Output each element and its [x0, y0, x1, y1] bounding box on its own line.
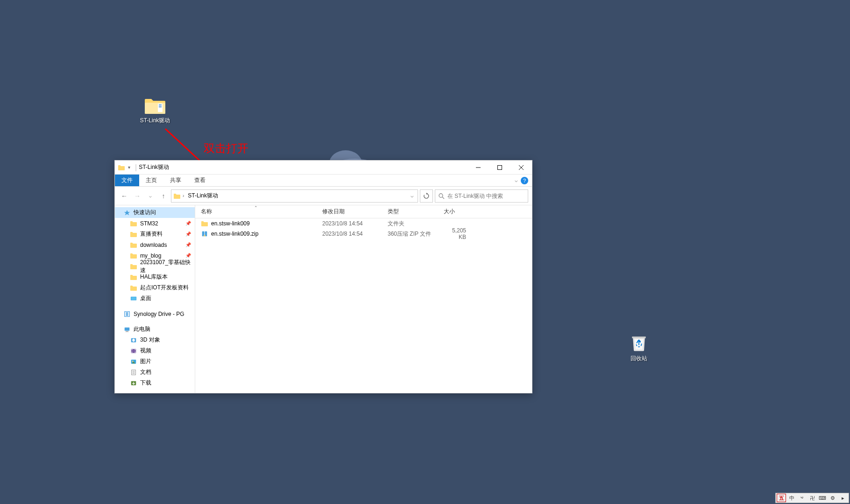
sidebar-item[interactable]: downloads📌	[115, 239, 195, 250]
sidebar-item[interactable]: 起点IOT开发板资料	[115, 282, 195, 293]
refresh-button[interactable]	[420, 189, 433, 203]
svg-point-12	[439, 194, 443, 197]
search-input[interactable]	[447, 193, 525, 199]
tab-share[interactable]: 共享	[163, 175, 188, 186]
svg-rect-18	[126, 331, 128, 331]
ribbon-tabs: 文件 主页 共享 查看 ⌵ ?	[115, 175, 532, 187]
pin-icon: 📌	[185, 253, 191, 258]
svg-rect-19	[126, 331, 129, 332]
star-icon	[123, 210, 131, 216]
sidebar-pc-item[interactable]: 图片	[115, 356, 195, 367]
svg-rect-4	[159, 106, 162, 107]
pictures-icon	[130, 358, 137, 365]
desktop-folder-label: ST-Link驱动	[140, 117, 170, 125]
ime-more[interactable]: ▸	[838, 494, 848, 502]
file-row[interactable]: en.stsw-link009.zip2023/10/8 14:54360压缩 …	[195, 229, 532, 239]
downloads-icon	[130, 380, 137, 386]
sidebar: 快速访问 STM32📌直播资料📌downloads📌my_blog📌202310…	[115, 205, 195, 393]
folder-icon	[173, 193, 181, 199]
pin-icon: 📌	[185, 242, 191, 247]
file-row[interactable]: en.stsw-link0092023/10/8 14:54文件夹	[195, 218, 532, 229]
svg-rect-3	[159, 105, 162, 105]
ime-toolbar: 五 中 ༄ ࿖ ⌨ ⚙ ▸	[775, 493, 849, 503]
zip-icon	[201, 231, 208, 237]
synology-icon	[123, 311, 131, 317]
tab-view[interactable]: 查看	[188, 175, 212, 186]
svg-rect-36	[204, 234, 205, 235]
ime-mode[interactable]: 五	[777, 494, 786, 502]
sidebar-pc-item[interactable]: 3D 对象	[115, 335, 195, 345]
svg-rect-23	[132, 351, 133, 352]
sidebar-synology[interactable]: Synology Drive - PG	[115, 308, 195, 319]
sidebar-pc-item[interactable]: 视频	[115, 345, 195, 356]
svg-rect-34	[204, 231, 205, 232]
svg-rect-17	[125, 327, 130, 330]
ime-punct[interactable]: ༄	[797, 494, 807, 502]
svg-rect-37	[204, 235, 205, 237]
breadcrumb-dropdown[interactable]: ⌵	[411, 193, 414, 199]
ime-keyboard[interactable]: ⌨	[818, 494, 827, 502]
address-bar[interactable]: › ST-Link驱动 ⌵	[171, 189, 418, 203]
folder-icon	[118, 164, 125, 171]
svg-rect-15	[131, 297, 136, 300]
svg-point-27	[132, 360, 134, 362]
pin-icon: 📌	[185, 231, 191, 237]
ribbon-collapse[interactable]: ⌵	[515, 177, 518, 183]
sort-indicator: ⌃	[195, 205, 317, 210]
pin-icon: 📌	[185, 221, 191, 226]
titlebar: ▾ | ST-Link驱动	[115, 161, 532, 175]
quick-access-dropdown[interactable]: ▾	[128, 165, 130, 170]
documents-icon	[130, 369, 137, 376]
sidebar-item[interactable]: 20231007_零基础快速	[115, 261, 195, 272]
svg-rect-9	[498, 165, 502, 169]
sidebar-quick-access[interactable]: 快速访问	[115, 207, 195, 218]
3d-icon	[130, 337, 137, 343]
close-button[interactable]	[510, 161, 532, 175]
tab-home[interactable]: 主页	[139, 175, 163, 186]
folder-icon	[130, 252, 137, 259]
minimize-button[interactable]	[468, 161, 489, 175]
svg-rect-22	[132, 349, 133, 350]
breadcrumb[interactable]: ST-Link驱动	[186, 192, 220, 200]
explorer-window: ▾ | ST-Link驱动 文件 主页 共享 查看 ⌵ ? ← → ⌵ ↑ › …	[114, 160, 532, 393]
ime-opt1[interactable]: ࿖	[808, 494, 817, 502]
nav-forward[interactable]: →	[132, 190, 143, 202]
folder-icon	[130, 231, 137, 238]
ime-lang[interactable]: 中	[787, 494, 796, 502]
nav-recent-dropdown[interactable]: ⌵	[145, 190, 156, 202]
sidebar-pc-item[interactable]: 下载	[115, 378, 195, 388]
sidebar-item[interactable]: 直播资料📌	[115, 229, 195, 239]
svg-rect-24	[135, 349, 136, 350]
file-list: ⌃ 名称 修改日期 类型 大小 en.stsw-link0092023/10/8…	[195, 205, 532, 393]
recycle-bin-label: 回收站	[630, 355, 647, 363]
nav-back[interactable]: ←	[119, 190, 130, 202]
tab-file[interactable]: 文件	[115, 175, 139, 186]
svg-line-13	[442, 197, 444, 199]
sidebar-item[interactable]: STM32📌	[115, 218, 195, 229]
maximize-button[interactable]	[489, 161, 510, 175]
folder-icon	[130, 242, 137, 248]
folder-icon	[130, 285, 137, 291]
search-box[interactable]	[435, 189, 528, 203]
ime-settings[interactable]: ⚙	[828, 494, 837, 502]
folder-icon	[130, 274, 137, 280]
svg-rect-35	[204, 232, 205, 233]
video-icon	[130, 348, 137, 354]
help-button[interactable]: ?	[521, 177, 528, 184]
folder-icon	[130, 263, 137, 270]
sidebar-pc-item[interactable]: 文档	[115, 367, 195, 378]
sidebar-item[interactable]: 桌面	[115, 293, 195, 304]
address-row: ← → ⌵ ↑ › ST-Link驱动 ⌵	[115, 187, 532, 205]
nav-up[interactable]: ↑	[158, 190, 169, 202]
folder-icon	[201, 220, 208, 227]
window-title: ST-Link驱动	[139, 163, 169, 171]
svg-rect-25	[135, 351, 136, 352]
desktop-folder-stlink[interactable]: ST-Link驱动	[136, 96, 174, 125]
sidebar-item[interactable]: HAL库版本	[115, 272, 195, 282]
sidebar-this-pc[interactable]: 此电脑	[115, 324, 195, 335]
desktop-icon	[130, 295, 137, 302]
recycle-bin-icon	[629, 332, 649, 353]
folder-icon	[144, 96, 166, 115]
search-icon	[438, 193, 445, 199]
desktop-recycle-bin[interactable]: 回收站	[620, 332, 658, 363]
